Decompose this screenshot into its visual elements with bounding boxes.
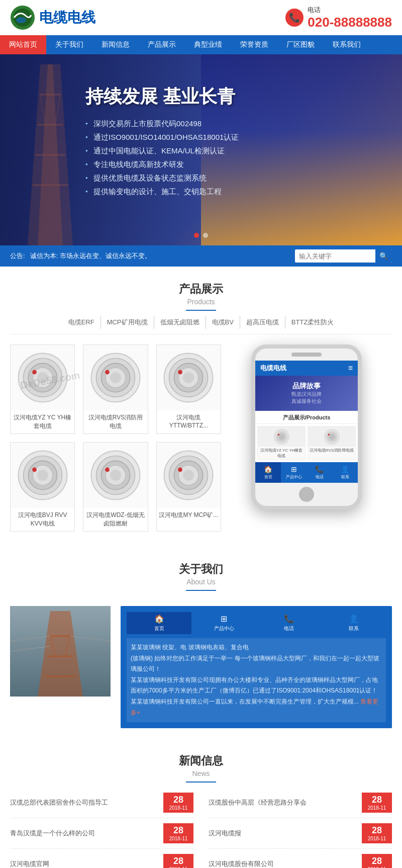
phone-banner-content: 品牌故事 甄选汉河品牌 真诚服务社会 <box>291 382 322 405</box>
about-section: 关于我们 About Us <box>0 547 402 738</box>
svg-point-15 <box>37 372 48 383</box>
news-item-left-3[interactable]: 汉河电缆官网 28 2018-11 <box>10 849 193 868</box>
phone-screen: 电缆电线 ≡ 品牌故事 甄选汉河品牌 真诚服务社会 产品展示/Products <box>255 361 358 483</box>
nav-item-contact[interactable]: 联系我们 <box>324 35 370 54</box>
phone-home-button[interactable] <box>299 487 314 502</box>
phone-nav-products[interactable]: ⊞ 产品中心 <box>281 462 307 483</box>
svg-point-40 <box>105 468 110 472</box>
phone-nav-contact[interactable]: 👤 联系 <box>332 462 358 483</box>
news-item-right-3[interactable]: 汉河电缆股份有限公司 28 2018-11 <box>209 849 392 868</box>
phone-product-2[interactable]: 汉河电缆RVS消防用电缆 <box>308 426 356 460</box>
logo-area: 电缆电线 <box>10 5 95 30</box>
svg-point-49 <box>278 433 284 440</box>
product-card-1[interactable]: 汉河电缆YZ YC YH橡套电缆 <box>10 344 75 434</box>
phone-product-1[interactable]: 汉河电缆YZ YC YH橡套电缆 <box>257 426 306 460</box>
about-image <box>10 606 111 697</box>
nav-item-cases[interactable]: 典型业绩 <box>185 35 231 54</box>
hero-bullets: 深圳交易所上市股票代码002498 通过ISO9001/ISO14001/OHS… <box>85 119 239 197</box>
svg-point-16 <box>32 370 37 375</box>
tab-low-smoke[interactable]: 低烟无卤阻燃 <box>154 316 206 329</box>
tab-bv[interactable]: 电缆BV <box>206 316 240 329</box>
news-item-left-1[interactable]: 汉缆总部代表团宿舍作公司指导工 28 2018-11 <box>10 788 193 818</box>
products-section: 产品展示 Products 电缆ERF MCP矿用电缆 低烟无卤阻燃 电缆BV … <box>0 267 402 547</box>
phone-info: 电话 020-88888888 <box>308 6 392 30</box>
search-input[interactable] <box>295 250 375 262</box>
phone-outer: 电缆电线 ≡ 品牌故事 甄选汉河品牌 真诚服务社会 产品展示/Products <box>251 344 362 510</box>
phone-mockup: 电缆电线 ≡ 品牌故事 甄选汉河品牌 真诚服务社会 产品展示/Products <box>241 344 372 532</box>
svg-point-28 <box>178 370 182 375</box>
news-section: 新闻信息 News 汉缆总部代表团宿舍作公司指导工 28 2018-11 青岛汉… <box>0 738 402 868</box>
hero-bullet-3: 通过中国电能认证、KEMA/UL检测认证 <box>85 146 239 156</box>
nav-item-news[interactable]: 新闻信息 <box>92 35 139 54</box>
phone-nav-bar: 电缆电线 ≡ <box>255 361 358 376</box>
logo-icon <box>10 5 35 30</box>
ticker-label: 公告: <box>10 251 25 261</box>
about-nav-contact[interactable]: 👤 联系 <box>321 612 386 634</box>
phone-products-grid: 汉河电缆YZ YC YH橡套电缆 汉河电缆RVS消防用电缆 <box>255 424 358 462</box>
tab-erf[interactable]: 电缆ERF <box>62 316 101 329</box>
about-section-title: 关于我们 About Us <box>0 547 402 596</box>
news-title-left-1: 汉缆总部代表团宿舍作公司指导工 <box>10 798 163 807</box>
phone-banner-sub2: 真诚服务社会 <box>291 398 322 405</box>
phone-nav-phone[interactable]: 📞 电话 <box>307 462 332 483</box>
search-button[interactable]: 🔍 <box>375 249 392 263</box>
news-content: 汉缆总部代表团宿舍作公司指导工 28 2018-11 青岛汉缆是一个什么样的公司… <box>0 788 402 868</box>
svg-point-27 <box>183 372 194 383</box>
hero-dot-1[interactable] <box>194 233 199 238</box>
about-nav-products[interactable]: ⊞ 产品中心 <box>191 612 256 634</box>
product-card-2[interactable]: 汉河电缆RVS消防用电缆 <box>83 344 148 434</box>
about-nav-contact-icon: 👤 <box>349 614 359 624</box>
about-nav-phone[interactable]: 📞 电话 <box>256 612 321 634</box>
phone-area: 📞 电话 020-88888888 <box>285 6 392 30</box>
product-card-5[interactable]: 汉河电缆WDZ-低烟无卤阻燃耐 <box>83 442 148 532</box>
news-item-right-2[interactable]: 汉河电缆报 28 2018-11 <box>209 818 392 849</box>
tab-mcp[interactable]: MCP矿用电缆 <box>101 316 154 329</box>
hero-bullet-5: 提供优质电缆及设备状态监测系统 <box>85 173 239 183</box>
news-item-right-1[interactable]: 汉缆股份中高层《经营思路分享会 28 2018-11 <box>209 788 392 818</box>
news-right-col: 汉缆股份中高层《经营思路分享会 28 2018-11 汉河电缆报 28 2018… <box>209 788 392 868</box>
about-nav-home[interactable]: 🏠 首页 <box>127 612 191 634</box>
nav-item-products[interactable]: 产品展示 <box>139 35 185 54</box>
phone-nav-home[interactable]: 🏠 首页 <box>255 462 281 483</box>
news-title-en: News <box>0 769 402 777</box>
news-date-right-2: 28 2018-11 <box>362 823 392 843</box>
product-card-6[interactable]: 汉河电缆MY MCP矿... <box>156 442 221 532</box>
phone-nav-phone-icon: 📞 <box>315 465 324 473</box>
nav-item-home[interactable]: 网站首页 <box>0 35 46 54</box>
about-title-en: About Us <box>0 578 402 586</box>
products-grid: 汉河电缆YZ YC YH橡套电缆 汉河电缆RVS消防用电缆 <box>10 344 221 532</box>
news-date-right-1: 28 2018-11 <box>362 793 392 813</box>
news-left-col: 汉缆总部代表团宿舍作公司指导工 28 2018-11 青岛汉缆是一个什么样的公司… <box>10 788 193 868</box>
news-title-left-2: 青岛汉缆是一个什么样的公司 <box>10 829 163 838</box>
products-section-title: 产品展示 Products <box>0 267 402 316</box>
about-content-area: 🏠 首页 ⊞ 产品中心 📞 电话 👤 联系 <box>0 596 402 738</box>
hero-dots <box>194 233 208 238</box>
products-title-en: Products <box>0 298 402 306</box>
news-title-right-2: 汉河电缆报 <box>209 829 362 838</box>
about-nav-phone-label: 电话 <box>284 625 294 632</box>
product-img-6 <box>157 443 221 508</box>
ticker-bar: 公告: 诚信为本: 市场永远在变、诚信永远不变。 🔍 <box>0 245 402 267</box>
tab-hv[interactable]: 超高压电缆 <box>240 316 285 329</box>
ticker-text: 诚信为本: 市场永远在变、诚信永远不变。 <box>30 251 290 261</box>
svg-point-54 <box>328 433 330 436</box>
product-img-3 <box>157 345 221 410</box>
about-nav-contact-label: 联系 <box>349 625 359 632</box>
news-item-left-2[interactable]: 青岛汉缆是一个什么样的公司 28 2018-11 <box>10 818 193 849</box>
product-card-3[interactable]: 汉河电缆YTTW/BTTZ... <box>156 344 221 434</box>
about-content: 🏠 首页 ⊞ 产品中心 📞 电话 👤 联系 <box>10 606 392 728</box>
svg-point-45 <box>183 470 194 481</box>
hero-bullet-1: 深圳交易所上市股票代码002498 <box>85 119 239 129</box>
nav-item-factory[interactable]: 厂区图貌 <box>277 35 324 54</box>
nav-item-honor[interactable]: 荣誉资质 <box>231 35 277 54</box>
about-right: 🏠 首页 ⊞ 产品中心 📞 电话 👤 联系 <box>121 606 392 728</box>
tab-bttz[interactable]: BTTZ柔性防火 <box>285 316 340 329</box>
hero-title: 持续发展 基业长青 <box>85 84 239 109</box>
svg-point-50 <box>277 433 279 436</box>
hero-dot-2[interactable] <box>203 233 208 238</box>
nav-item-about[interactable]: 关于我们 <box>46 35 92 54</box>
product-card-4[interactable]: 汉河电缆BVJ RVV KVV电线 <box>10 442 75 532</box>
phone-banner-text: 品牌故事 <box>291 382 322 391</box>
about-nav-products-icon: ⊞ <box>221 614 227 624</box>
svg-point-39 <box>110 470 121 481</box>
